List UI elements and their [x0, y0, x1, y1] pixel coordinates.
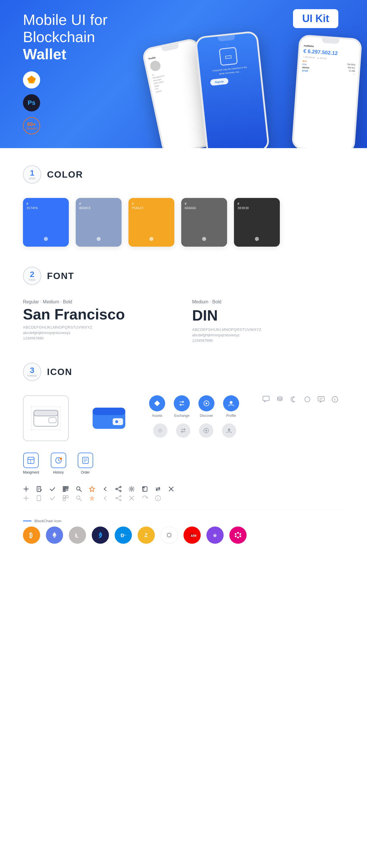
svg-point-25 — [205, 430, 207, 431]
svg-point-66 — [120, 487, 121, 488]
refresh-gray-icon — [142, 495, 148, 501]
screens-badge: 60+ Screens — [23, 117, 40, 134]
font-grid: Regular · Medium · Bold San Francisco AB… — [23, 299, 344, 343]
font-din-numbers: 1234567890 — [192, 338, 344, 343]
ark-icon: ARK — [184, 527, 201, 544]
blockchain-label: BlockChain Icon — [23, 519, 344, 523]
svg-rect-77 — [37, 496, 41, 501]
icon-section: 3 THREE ICON — [23, 363, 344, 544]
blockchain-line-decoration — [23, 521, 32, 521]
order-icon — [81, 456, 89, 464]
color-section: 1 ONE COLOR #3574FA #8DA0C8 #F5A623 #666… — [23, 165, 344, 247]
qr-gray-icon — [62, 495, 69, 501]
hero-section: Mobile UI for Blockchain Wallet Ps — [0, 0, 367, 148]
mgmt-icon-management: Mangment — [23, 453, 39, 474]
svg-line-70 — [117, 490, 120, 491]
svg-line-82 — [80, 499, 81, 501]
svg-rect-59 — [66, 490, 66, 491]
management-label: Mangment — [23, 470, 39, 474]
phone-right: myWallet € 6.297.502.12 + 402.502.03 ▲ 1… — [291, 34, 362, 148]
exchange-icon — [178, 400, 186, 407]
hero-badges: Ps 60+ Screens — [23, 71, 115, 137]
color-dot-gray — [202, 237, 206, 241]
check-gray-icon — [49, 495, 56, 501]
wallet-blueprint-svg: + + + + — [29, 404, 63, 433]
chat-square-icon — [317, 395, 325, 403]
svg-line-87 — [117, 497, 120, 498]
font-sf-styles: Regular · Medium · Bold — [23, 299, 175, 305]
phones-area: Profile AI Management Message Reff Codes… — [143, 13, 367, 148]
svg-point-110 — [237, 532, 239, 534]
font-sf-numbers: 1234567890 — [23, 336, 175, 340]
svg-rect-37 — [28, 460, 31, 464]
icon-nav-discover: Discover — [198, 395, 215, 418]
dash-icon: D — [115, 527, 132, 544]
font-din-styles: Medium · Bold — [192, 299, 344, 305]
ps-badge: Ps — [23, 94, 40, 112]
arrow-left-gray-icon — [102, 495, 108, 501]
svg-point-113 — [239, 533, 241, 535]
ui-kit-badge: UI Kit — [293, 9, 338, 28]
color-swatch-slate: #8DA0C8 — [76, 198, 121, 247]
icon-title: ICON — [47, 367, 72, 377]
svg-rect-61 — [66, 490, 67, 490]
main-content: 1 ONE COLOR #3574FA #8DA0C8 #F5A623 #666… — [0, 148, 367, 581]
icon-grid-main: + + + + — [23, 395, 344, 441]
order-icon-box — [78, 453, 93, 468]
icon-section-number: 3 THREE — [23, 363, 41, 381]
icon-nav-profile-label: Profile — [226, 414, 236, 418]
svg-point-112 — [235, 533, 236, 535]
svg-point-115 — [239, 535, 241, 537]
color-dot-blue — [44, 237, 48, 241]
chat-icon — [262, 395, 270, 403]
svg-rect-35 — [28, 457, 34, 464]
assets-gray-icon — [157, 427, 163, 434]
phone-screen-center: + ▭ Character may be mastered in the gre… — [197, 38, 261, 90]
svg-text:ARK: ARK — [191, 534, 196, 537]
hero-title-normal: Mobile UI for Blockchain — [23, 11, 108, 45]
dot-svg — [234, 531, 242, 539]
star-gray-icon — [89, 495, 95, 501]
eth-svg — [50, 531, 59, 539]
svg-text:D: D — [121, 533, 124, 538]
qr-icon — [62, 486, 69, 492]
hero-title-bold: Wallet — [23, 46, 66, 62]
icon-nav-gray-discover — [199, 424, 213, 438]
svg-rect-79 — [66, 496, 68, 498]
svg-point-68 — [120, 490, 121, 492]
icon-nav-exchange-circle — [174, 395, 190, 411]
management-icon-box — [23, 453, 39, 468]
svg-point-63 — [77, 487, 80, 490]
assets-icon — [153, 400, 161, 407]
arrow-left-icon — [102, 486, 108, 492]
bitcoin-icon: ₿ — [23, 527, 40, 544]
dash-svg: D — [119, 531, 128, 539]
download-icon — [142, 486, 148, 492]
feather-svg — [96, 531, 105, 539]
svg-rect-10 — [49, 418, 56, 423]
color-number-big: 1 — [30, 169, 34, 177]
info-icon: i — [331, 395, 339, 403]
polkadot-icon — [229, 527, 247, 544]
color-dot-dark — [255, 237, 259, 241]
svg-rect-78 — [63, 496, 65, 498]
icon-wallet-blue — [86, 395, 132, 441]
svg-point-29 — [305, 397, 310, 402]
svg-rect-62 — [68, 490, 68, 490]
svg-marker-102 — [167, 533, 171, 537]
extra-side-icons: i — [262, 395, 339, 403]
font-din-name: DIN — [192, 307, 344, 324]
svg-point-67 — [116, 489, 117, 490]
x-gray-icon — [129, 495, 135, 501]
color-dot-amber — [149, 237, 153, 241]
svg-rect-27 — [263, 396, 269, 401]
font-din-lower: abcdefghijklmnopqrstuvwxyz — [192, 333, 344, 337]
svg-point-71 — [131, 488, 133, 490]
icon-nav-exchange: Exchange — [174, 395, 190, 418]
color-swatch-amber: #F5A623 — [129, 198, 174, 247]
icon-nav-profile: Profile — [223, 395, 239, 418]
font-sf-lower: abcdefghijklmnopqrstuvwxyz — [23, 331, 175, 335]
icon-nav-assets-label: Assets — [152, 414, 162, 418]
mgmt-icon-order: Order — [78, 453, 93, 474]
ltc-svg: Ł — [73, 531, 82, 539]
